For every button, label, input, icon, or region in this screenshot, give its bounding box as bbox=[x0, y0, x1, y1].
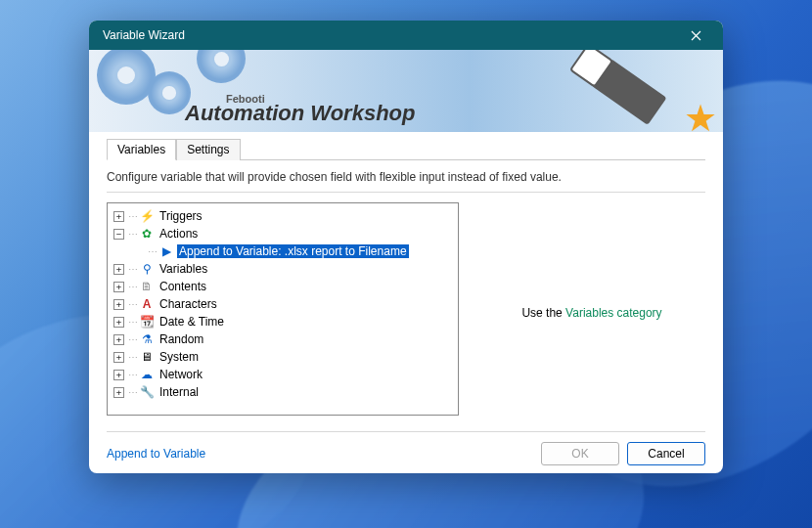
tree-node-variables[interactable]: +⋯ ⚲ Variables bbox=[110, 260, 456, 278]
tab-strip: Variables Settings bbox=[107, 138, 705, 159]
tree-node-triggers[interactable]: +⋯ ⚡ Triggers bbox=[110, 207, 456, 225]
close-icon bbox=[691, 30, 701, 41]
random-icon: ⚗ bbox=[139, 331, 155, 347]
expand-toggle[interactable]: + bbox=[113, 282, 124, 292]
character-icon: A bbox=[139, 296, 155, 312]
tree-node-actions[interactable]: −⋯ ✿ Actions bbox=[110, 225, 456, 242]
titlebar: Variable Wizard bbox=[89, 21, 723, 50]
variable-wizard-dialog: Variable Wizard ★ ★ Febooti Automation W… bbox=[89, 21, 723, 473]
variable-tree[interactable]: +⋯ ⚡ Triggers −⋯ ✿ Actions ⋯ ▶ Append to… bbox=[107, 202, 459, 416]
action-icon: ▶ bbox=[158, 243, 174, 259]
calendar-icon: 📆 bbox=[139, 314, 155, 330]
cloud-icon: ☁ bbox=[139, 367, 155, 382]
tree-node-characters[interactable]: +⋯ A Characters bbox=[110, 295, 456, 313]
variable-icon: ⚲ bbox=[139, 261, 155, 277]
expand-toggle[interactable]: + bbox=[113, 334, 124, 345]
divider bbox=[107, 192, 705, 193]
tree-node-datetime[interactable]: +⋯ 📆 Date & Time bbox=[110, 313, 456, 330]
banner: ★ ★ Febooti Automation Workshop bbox=[89, 50, 723, 132]
expand-toggle[interactable]: + bbox=[113, 211, 124, 222]
tree-node-internal[interactable]: +⋯ 🔧 Internal bbox=[110, 383, 456, 401]
tree-node-network[interactable]: +⋯ ☁ Network bbox=[110, 366, 456, 383]
banner-title: Automation Workshop bbox=[185, 101, 415, 126]
expand-toggle[interactable]: + bbox=[113, 387, 124, 398]
tab-settings[interactable]: Settings bbox=[176, 139, 240, 160]
pencil-decoration-icon bbox=[550, 50, 701, 132]
collapse-toggle[interactable]: − bbox=[113, 229, 124, 240]
window-title: Variable Wizard bbox=[103, 28, 678, 42]
expand-toggle[interactable]: + bbox=[113, 352, 124, 363]
expand-toggle[interactable]: + bbox=[113, 299, 124, 310]
wrench-icon: 🔧 bbox=[139, 384, 155, 400]
append-to-variable-link[interactable]: Append to Variable bbox=[107, 447, 205, 461]
tree-node-system[interactable]: +⋯ 🖥 System bbox=[110, 348, 456, 366]
document-icon: 🗎 bbox=[139, 279, 155, 294]
tree-node-random[interactable]: +⋯ ⚗ Random bbox=[110, 330, 456, 348]
lightning-icon: ⚡ bbox=[139, 208, 155, 224]
close-button[interactable] bbox=[678, 22, 713, 49]
gear-decoration-icon bbox=[97, 50, 156, 105]
computer-icon: 🖥 bbox=[139, 349, 155, 365]
variables-category-link[interactable]: Variables category bbox=[565, 306, 662, 320]
gear-decoration-icon bbox=[197, 50, 246, 83]
tree-selected-label: Append to Variable: .xlsx report to File… bbox=[177, 244, 409, 258]
side-hint-pane: Use the Variables category bbox=[478, 202, 705, 423]
description-text: Configure variable that will provide cho… bbox=[107, 170, 705, 184]
ok-button[interactable]: OK bbox=[541, 442, 619, 465]
expand-toggle[interactable]: + bbox=[113, 317, 124, 328]
gear-icon: ✿ bbox=[139, 226, 155, 242]
expand-toggle[interactable]: + bbox=[113, 370, 124, 380]
tab-variables[interactable]: Variables bbox=[107, 139, 176, 160]
tree-node-contents[interactable]: +⋯ 🗎 Contents bbox=[110, 278, 456, 295]
cancel-button[interactable]: Cancel bbox=[627, 442, 705, 465]
expand-toggle[interactable]: + bbox=[113, 264, 124, 275]
tree-node-append-to-variable[interactable]: ⋯ ▶ Append to Variable: .xlsx report to … bbox=[110, 242, 456, 260]
side-hint-prefix: Use the bbox=[521, 306, 565, 320]
